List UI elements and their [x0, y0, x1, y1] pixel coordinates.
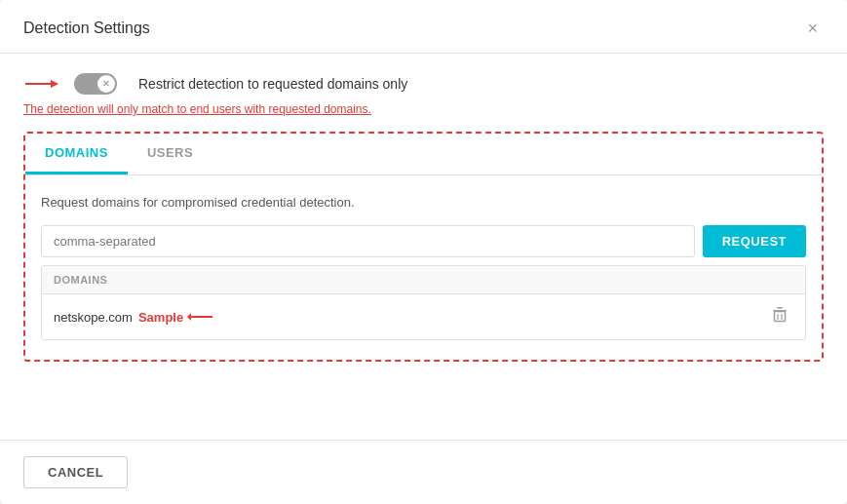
- table-row: netskope.com Sample: [42, 294, 805, 339]
- restrict-domains-toggle[interactable]: ✕: [74, 73, 117, 95]
- toggle-row: ✕ Restrict detection to requested domain…: [23, 73, 824, 95]
- domain-cell: netskope.com Sample: [54, 310, 214, 325]
- sample-text: Sample: [138, 310, 183, 325]
- svg-marker-1: [51, 80, 58, 88]
- domains-description: Request domains for compromised credenti…: [41, 195, 806, 210]
- tab-users[interactable]: USERS: [128, 134, 212, 174]
- arrow-annotation: [23, 76, 58, 92]
- toggle-label: Restrict detection to requested domains …: [138, 76, 407, 92]
- tabs-bar: DOMAINS USERS: [25, 134, 822, 175]
- dialog-title: Detection Settings: [23, 19, 150, 37]
- svg-marker-3: [187, 313, 191, 321]
- dialog-footer: CANCEL: [0, 440, 847, 504]
- close-button[interactable]: ×: [801, 18, 824, 39]
- domain-value: netskope.com: [54, 310, 133, 325]
- request-button[interactable]: REQUEST: [703, 225, 806, 257]
- domains-table-header: DOMAINS: [42, 266, 805, 294]
- dialog-body: ✕ Restrict detection to requested domain…: [0, 54, 847, 440]
- sample-arrow-icon: [187, 310, 214, 324]
- domains-tab-content: Request domains for compromised credenti…: [25, 175, 822, 360]
- toggle-x-icon: ✕: [102, 80, 110, 89]
- domains-table: DOMAINS netskope.com Sample: [41, 265, 806, 340]
- toggle-knob: ✕: [97, 75, 115, 93]
- svg-rect-6: [775, 312, 786, 322]
- domain-input[interactable]: [41, 225, 695, 257]
- detection-settings-dialog: Detection Settings × ✕ Restrict detectio…: [0, 0, 847, 504]
- tab-domains[interactable]: DOMAINS: [25, 134, 128, 174]
- sample-annotation: Sample: [138, 310, 214, 325]
- trash-icon: [772, 306, 788, 324]
- domain-input-row: REQUEST: [41, 225, 806, 257]
- red-arrow-icon: [23, 76, 58, 92]
- delete-domain-button[interactable]: [766, 304, 793, 330]
- dashed-section: DOMAINS USERS Request domains for compro…: [23, 132, 824, 362]
- cancel-button[interactable]: CANCEL: [23, 456, 128, 488]
- toggle-description: The detection will only match to end use…: [23, 102, 824, 116]
- dialog-header: Detection Settings ×: [0, 0, 847, 54]
- svg-rect-5: [777, 307, 783, 309]
